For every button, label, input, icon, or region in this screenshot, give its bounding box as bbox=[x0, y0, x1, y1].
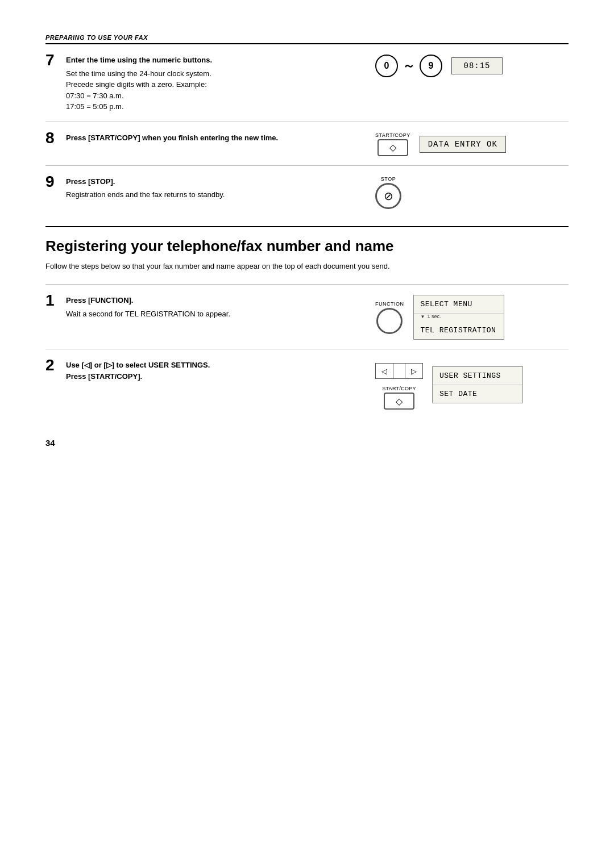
main-heading: Registering your telephone/fax number an… bbox=[45, 226, 569, 255]
stop-btn-label: STOP bbox=[381, 176, 396, 182]
step-9-number: 9 bbox=[45, 174, 66, 190]
step-b1-number: 1 bbox=[45, 293, 66, 308]
step-7-text: Enter the time using the numeric buttons… bbox=[66, 55, 375, 112]
step-b1-lcd-row-2: TEL REGISTRATION bbox=[414, 322, 504, 339]
step-b2-visual: ◁ ▷ START/COPY ◇ USER SETTINGS SET DATE bbox=[375, 360, 569, 410]
arrow-btn-8: ◇ bbox=[377, 139, 408, 156]
nav-center bbox=[393, 363, 405, 379]
step-b1-visual: FUNCTION SELECT MENU 1 sec. TEL REGISTRA… bbox=[375, 295, 569, 340]
step-b2-text: Use [◁] or [▷] to select USER SETTINGS. … bbox=[66, 360, 375, 382]
step-b2-btns: ◁ ▷ START/COPY ◇ bbox=[375, 360, 423, 410]
tilde-icon: ～ bbox=[403, 57, 415, 74]
main-heading-sub: Follow the steps below so that your fax … bbox=[45, 261, 569, 272]
step-b2-bold2: Press [START/COPY]. bbox=[66, 371, 364, 382]
start-copy-btn-b2: START/COPY ◇ bbox=[382, 385, 416, 410]
left-arrow-btn: ◁ bbox=[375, 363, 393, 379]
stop-btn: ⊘ bbox=[375, 183, 401, 209]
step-7-bold: Enter the time using the numeric buttons… bbox=[66, 55, 364, 66]
step-9-body: Registration ends and the fax returns to… bbox=[66, 189, 364, 201]
step-b1-text: Press [FUNCTION]. Wait a second for TEL … bbox=[66, 295, 375, 319]
step-9-visual: STOP ⊘ bbox=[375, 176, 569, 209]
arrow-btn-b2: ◇ bbox=[384, 393, 414, 410]
start-copy-label-8: START/COPY bbox=[375, 132, 410, 138]
step-b2-lcd-row-2: SET DATE bbox=[433, 385, 522, 403]
step-b2-number: 2 bbox=[45, 357, 66, 373]
step-b1-lcd-panel: SELECT MENU 1 sec. TEL REGISTRATION bbox=[413, 295, 504, 340]
stop-btn-wrap: STOP ⊘ bbox=[375, 176, 401, 209]
step-b2-bold: Use [◁] or [▷] to select USER SETTINGS. bbox=[66, 360, 364, 371]
step-b1-bold: Press [FUNCTION]. bbox=[66, 295, 364, 306]
step-b1: 1 Press [FUNCTION]. Wait a second for TE… bbox=[45, 295, 569, 340]
right-arrow-btn: ▷ bbox=[405, 363, 423, 379]
function-btn bbox=[376, 308, 403, 334]
function-btn-wrap: FUNCTION bbox=[375, 301, 404, 334]
step-7-visual: 0 ～ 9 08:15 bbox=[375, 55, 569, 77]
step-b2-lcd-row-1: USER SETTINGS bbox=[433, 367, 522, 385]
nav-arrows-wrap: ◁ ▷ bbox=[375, 360, 423, 379]
step-8: 8 Press [START/COPY] when you finish ent… bbox=[45, 132, 569, 156]
step-b2-lcd-panel: USER SETTINGS SET DATE bbox=[432, 366, 523, 403]
nine-btn: 9 bbox=[420, 55, 442, 77]
step-8-number: 8 bbox=[45, 130, 66, 146]
step-7-lcd: 08:15 bbox=[451, 57, 503, 74]
num-btn-display: 0 ～ 9 bbox=[375, 55, 442, 77]
nav-arrows-row: ◁ ▷ bbox=[375, 363, 423, 379]
step-8-bold: Press [START/COPY] when you finish enter… bbox=[66, 132, 364, 144]
step-b1-1sec: 1 sec. bbox=[414, 314, 504, 322]
page-number: 34 bbox=[45, 438, 569, 448]
section-title: PREPARING TO USE YOUR FAX bbox=[45, 34, 569, 44]
step-7-body: Set the time using the 24-hour clock sys… bbox=[66, 68, 364, 112]
zero-btn: 0 bbox=[375, 55, 398, 77]
step-b1-lcd-row-1: SELECT MENU bbox=[414, 295, 504, 314]
start-copy-btn-8: START/COPY ◇ bbox=[375, 132, 410, 156]
step-b2: 2 Use [◁] or [▷] to select USER SETTINGS… bbox=[45, 360, 569, 410]
step-9-bold: Press [STOP]. bbox=[66, 176, 364, 187]
step-9: 9 Press [STOP]. Registration ends and th… bbox=[45, 176, 569, 209]
function-btn-label: FUNCTION bbox=[375, 301, 404, 307]
step-9-text: Press [STOP]. Registration ends and the … bbox=[66, 176, 375, 201]
step-b1-body: Wait a second for TEL REGISTRATION to ap… bbox=[66, 308, 364, 320]
step-8-lcd: DATA ENTRY OK bbox=[420, 136, 506, 153]
step-7: 7 Enter the time using the numeric butto… bbox=[45, 55, 569, 112]
start-copy-label-b2: START/COPY bbox=[382, 386, 416, 391]
step-7-number: 7 bbox=[45, 52, 66, 68]
step-8-visual: START/COPY ◇ DATA ENTRY OK bbox=[375, 132, 569, 156]
step-8-text: Press [START/COPY] when you finish enter… bbox=[66, 132, 375, 144]
